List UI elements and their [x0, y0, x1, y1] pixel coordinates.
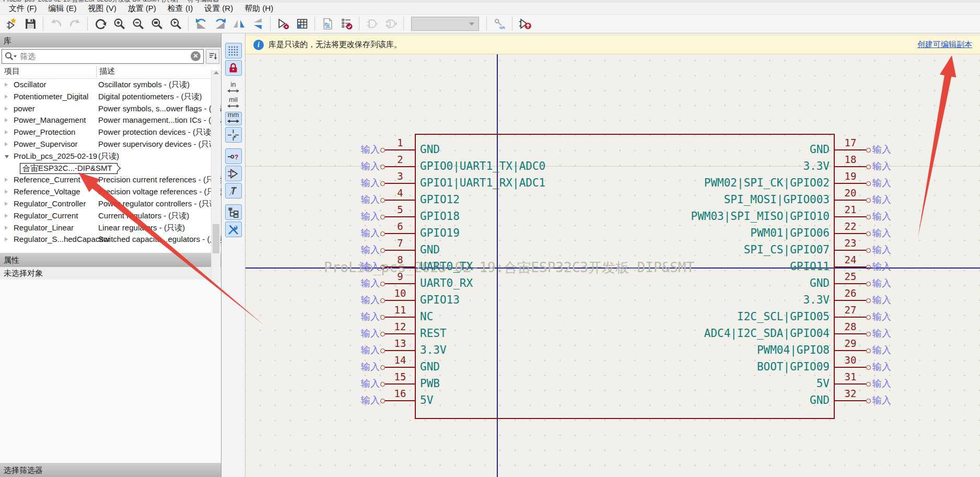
pin-name[interactable]: GPIO0|UART1_TX|ADC0 — [420, 160, 545, 172]
tree-item-library[interactable]: powerPower symbols, s...ower flags - (只读… — [0, 103, 221, 115]
pin-number[interactable]: 22 — [845, 220, 857, 232]
symbol-properties-button[interactable] — [275, 16, 291, 32]
pin-connection-circle[interactable] — [866, 315, 871, 320]
pin-number[interactable]: 21 — [845, 204, 857, 215]
pin-line[interactable] — [385, 367, 415, 368]
redo-button[interactable] — [66, 16, 83, 32]
pin-number[interactable]: 18 — [845, 154, 857, 165]
sort-icon[interactable] — [206, 49, 219, 64]
chevron-right-icon[interactable] — [5, 202, 8, 206]
demorgan-standard-button[interactable] — [364, 16, 380, 32]
tree-item-library[interactable]: Regulator_LinearLinear regulators - (只读) — [0, 222, 221, 234]
tree-item-library[interactable]: Reference_VoltagePrecision voltage refer… — [0, 186, 221, 198]
pin-connection-circle[interactable] — [866, 399, 871, 403]
pin-number[interactable]: 8 — [397, 254, 403, 265]
tree-item-library[interactable]: ProLib_pcs_2025-02-19(只读) — [0, 150, 221, 162]
tree-item-label[interactable]: Reference_Voltage — [14, 187, 80, 196]
pin-table-button[interactable] — [294, 16, 310, 32]
pin-connection-circle[interactable] — [380, 382, 385, 387]
pin-number[interactable]: 9 — [397, 271, 403, 282]
erc-check-button[interactable] — [338, 16, 355, 32]
tree-item-label[interactable]: Reference_Current — [14, 175, 80, 184]
pin-number[interactable]: 6 — [397, 220, 403, 232]
tree-item-label[interactable]: Regulator_Current — [14, 211, 78, 220]
pin-number[interactable]: 26 — [845, 287, 857, 299]
pin-connection-circle[interactable] — [866, 231, 871, 236]
chevron-right-icon[interactable] — [5, 130, 8, 134]
pin-name[interactable]: SPI_MOSI|GPIO003 — [724, 193, 830, 206]
pin-line[interactable] — [835, 283, 866, 284]
pin-line[interactable] — [835, 350, 866, 351]
sync-pins-toggle-button[interactable] — [491, 16, 508, 32]
pin-connection-circle[interactable] — [866, 148, 871, 153]
pin-connection-circle[interactable] — [866, 165, 871, 169]
unit-select-dropdown[interactable] — [411, 17, 479, 31]
pin-line[interactable] — [835, 367, 866, 368]
pin-connection-circle[interactable] — [380, 282, 385, 286]
tree-item-symbol[interactable]: 合宙ESP32C...-DIP&SMT — [0, 162, 221, 174]
pin-name[interactable]: GND — [810, 277, 830, 289]
pin-number[interactable]: 23 — [845, 237, 857, 249]
pin-name[interactable]: 3.3V — [420, 344, 447, 356]
pin-connection-circle[interactable] — [866, 298, 871, 303]
tree-item-label[interactable]: Regulator_Controller — [14, 199, 86, 208]
pin-number[interactable]: 24 — [845, 254, 857, 265]
pin-number[interactable]: 25 — [845, 271, 857, 282]
tree-item-library[interactable]: Potentiometer_DigitalDigital potentiomet… — [0, 91, 221, 103]
undo-button[interactable] — [48, 16, 64, 32]
tree-item-label[interactable]: Regulator_Linear — [14, 223, 74, 232]
tree-item-label[interactable]: Oscillator — [14, 80, 46, 89]
chevron-right-icon[interactable] — [5, 214, 8, 218]
scrollbar-thumb[interactable] — [213, 224, 219, 253]
pin-line[interactable] — [385, 333, 415, 334]
pin-name[interactable]: GPIO13 — [420, 294, 460, 306]
pin-number[interactable]: 16 — [394, 388, 406, 399]
search-input[interactable] — [19, 51, 203, 61]
pin-line[interactable] — [835, 317, 866, 318]
rotate-cw-button[interactable] — [212, 16, 228, 32]
pin-line[interactable] — [385, 350, 415, 351]
pin-line[interactable] — [385, 250, 415, 251]
pin-connection-circle[interactable] — [380, 198, 385, 203]
pin-name[interactable]: GPIO18 — [420, 210, 460, 223]
tree-item-label[interactable]: Power_Management — [14, 115, 86, 124]
pin-number[interactable]: 14 — [394, 354, 406, 366]
selection-filter-panel-title[interactable]: 选择筛选器 — [0, 463, 221, 477]
pin-connection-circle[interactable] — [866, 332, 871, 336]
pin-number[interactable]: 15 — [394, 371, 406, 382]
tree-item-label[interactable]: Potentiometer_Digital — [14, 92, 88, 101]
pin-number[interactable]: 11 — [394, 304, 406, 316]
pin-line[interactable] — [835, 233, 866, 234]
chevron-right-icon[interactable] — [5, 118, 8, 122]
library-tree-scrollbar[interactable] — [211, 70, 220, 283]
schematic-canvas[interactable]: i 库是只读的，无法将更改保存到该库。 创建可编辑副本 ProLib_pcs_2… — [246, 33, 980, 477]
tree-item-library[interactable]: Reference_CurrentPrecision current refer… — [0, 174, 221, 186]
zoom-in-button[interactable] — [111, 16, 127, 32]
pin-line[interactable] — [385, 400, 415, 401]
pin-name[interactable]: PWM01|GPIO06 — [750, 227, 830, 239]
pin-line[interactable] — [385, 200, 415, 201]
symbol-tree-toggle-button[interactable] — [225, 204, 242, 220]
pin-number[interactable]: 5 — [397, 204, 403, 215]
pin-name[interactable]: UART0_RX — [420, 277, 473, 289]
pin-name[interactable]: I2C_SCL|GPIO05 — [737, 310, 830, 323]
pin-number[interactable]: 31 — [845, 371, 857, 382]
pin-line[interactable] — [835, 400, 866, 401]
pin-line[interactable] — [385, 300, 415, 301]
pin-connection-circle[interactable] — [380, 231, 385, 236]
tree-item-library[interactable]: Regulator_ControllerPower regulator cont… — [0, 198, 221, 210]
pin-connection-circle[interactable] — [380, 315, 385, 320]
pin-line[interactable] — [385, 149, 415, 150]
clear-search-icon[interactable]: ✕ — [191, 51, 201, 61]
pin-number[interactable]: 20 — [845, 187, 857, 199]
pin-number[interactable]: 3 — [397, 170, 403, 182]
tree-item-library[interactable]: Power_ManagementPower management...tion … — [0, 114, 221, 126]
pin-line[interactable] — [835, 200, 866, 201]
pin-number[interactable]: 10 — [394, 287, 406, 299]
pin-name[interactable]: GPIO12 — [420, 193, 460, 206]
pin-connection-circle[interactable] — [380, 332, 385, 336]
show-hidden-pins-button[interactable] — [225, 166, 242, 181]
pin-connection-circle[interactable] — [380, 148, 385, 153]
menu-item-5[interactable]: 设置 (R) — [199, 3, 239, 14]
rotate-ccw-button[interactable] — [193, 16, 209, 32]
